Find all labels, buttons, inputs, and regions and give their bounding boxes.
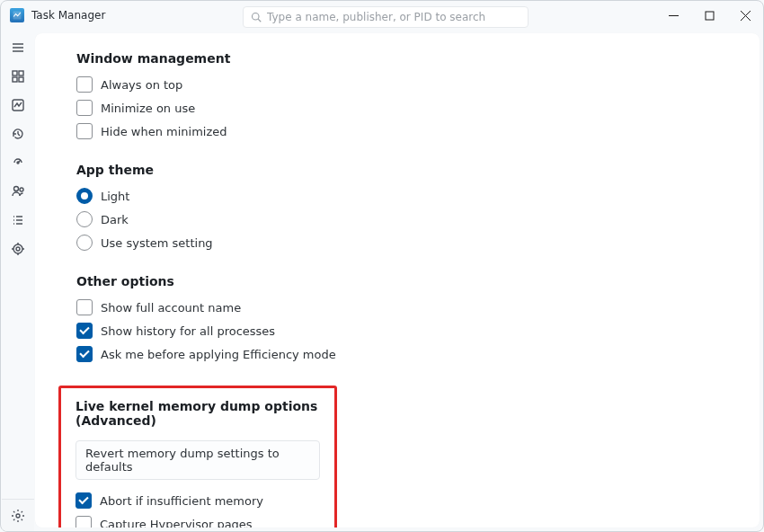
radio-icon[interactable]: [76, 211, 93, 227]
kernel-dump-highlighted-section: Live kernel memory dump options (Advance…: [58, 386, 337, 528]
checkbox-icon[interactable]: [76, 516, 92, 528]
content-panel: Window management Always on top Minimize…: [35, 33, 760, 528]
section-heading-app-theme: App theme: [76, 163, 718, 177]
search-box[interactable]: [243, 6, 529, 28]
svg-rect-4: [706, 12, 714, 20]
sidebar: [1, 33, 35, 531]
svg-rect-12: [13, 77, 17, 82]
settings-scroll[interactable]: Window management Always on top Minimize…: [35, 33, 760, 528]
app-icon: [10, 8, 24, 22]
performance-icon[interactable]: [2, 91, 34, 120]
option-label: Show history for all processes: [101, 324, 275, 338]
processes-icon[interactable]: [2, 62, 34, 91]
checkbox-icon[interactable]: [76, 100, 93, 116]
checkbox-icon[interactable]: [76, 323, 93, 339]
checkbox-icon[interactable]: [76, 346, 93, 362]
svg-line-16: [18, 134, 20, 136]
revert-defaults-button[interactable]: Revert memory dump settings to defaults: [76, 440, 320, 480]
option-full-account-name[interactable]: Show full account name: [76, 296, 718, 319]
svg-rect-13: [19, 77, 23, 82]
option-theme-dark[interactable]: Dark: [76, 208, 718, 231]
option-label: Abort if insufficient memory: [100, 494, 263, 508]
checkbox-icon[interactable]: [76, 492, 92, 509]
option-label: Show full account name: [101, 301, 241, 315]
section-heading-window-management: Window management: [76, 51, 718, 66]
search-input[interactable]: [267, 11, 520, 23]
checkbox-icon[interactable]: [76, 76, 93, 93]
checkbox-icon[interactable]: [76, 299, 93, 315]
radio-icon[interactable]: [76, 235, 93, 251]
startup-icon[interactable]: [2, 148, 34, 177]
hamburger-icon[interactable]: [2, 33, 34, 62]
radio-icon[interactable]: [76, 188, 93, 204]
details-icon[interactable]: [2, 206, 34, 235]
svg-rect-11: [19, 71, 23, 75]
section-heading-kernel-dump: Live kernel memory dump options (Advance…: [76, 399, 320, 428]
window-controls: [655, 1, 763, 30]
checkbox-icon[interactable]: [76, 123, 93, 139]
svg-point-27: [13, 244, 22, 253]
window-title: Task Manager: [31, 9, 105, 22]
option-history-all-processes[interactable]: Show history for all processes: [76, 319, 718, 342]
close-button[interactable]: [727, 1, 763, 30]
option-theme-system[interactable]: Use system setting: [76, 231, 718, 254]
option-ask-efficiency[interactable]: Ask me before applying Efficiency mode: [76, 342, 718, 366]
option-theme-light[interactable]: Light: [76, 184, 718, 208]
history-icon[interactable]: [2, 120, 34, 148]
svg-rect-10: [13, 71, 17, 75]
minimize-button[interactable]: [655, 1, 691, 30]
maximize-button[interactable]: [691, 1, 727, 30]
option-label: Light: [101, 190, 129, 203]
search-icon: [251, 12, 262, 22]
option-label: Capture Hypervisor pages: [100, 518, 253, 528]
users-icon[interactable]: [2, 177, 34, 206]
svg-point-28: [16, 247, 20, 251]
option-label: Ask me before applying Efficiency mode: [101, 348, 336, 361]
option-label: Use system setting: [101, 236, 213, 250]
option-capture-hypervisor[interactable]: Capture Hypervisor pages: [76, 512, 320, 528]
option-minimize-on-use[interactable]: Minimize on use: [76, 96, 718, 120]
option-label: Dark: [101, 213, 129, 226]
option-label: Minimize on use: [101, 102, 195, 115]
svg-point-33: [16, 514, 20, 518]
svg-point-20: [20, 188, 23, 191]
option-abort-insufficient[interactable]: Abort if insufficient memory: [76, 489, 320, 512]
svg-line-2: [258, 19, 261, 22]
services-icon[interactable]: [2, 235, 34, 263]
section-heading-other-options: Other options: [76, 274, 718, 288]
settings-icon[interactable]: [2, 499, 34, 531]
title-bar: Task Manager: [1, 1, 763, 30]
option-always-on-top[interactable]: Always on top: [76, 73, 718, 96]
svg-point-19: [14, 187, 19, 191]
svg-point-1: [253, 13, 260, 21]
option-label: Always on top: [101, 78, 182, 92]
option-hide-when-minimized[interactable]: Hide when minimized: [76, 120, 718, 143]
option-label: Hide when minimized: [101, 125, 227, 138]
